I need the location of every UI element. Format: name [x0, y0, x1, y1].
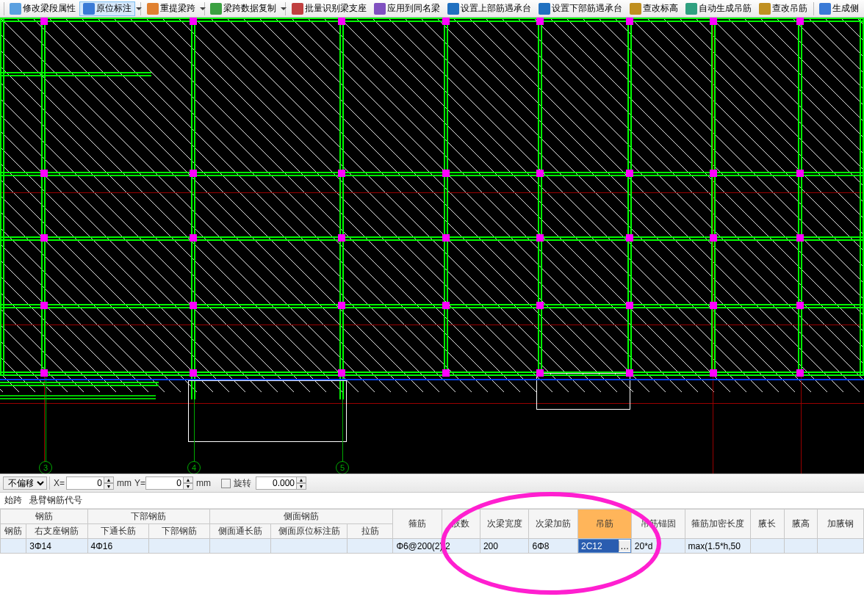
- generate-side-button[interactable]: 生成侧: [816, 1, 863, 16]
- col-haunch-len[interactable]: 腋长: [750, 510, 784, 539]
- col-hanger-anchor[interactable]: 吊筋锚固: [631, 510, 685, 539]
- x-input[interactable]: [66, 477, 104, 490]
- offset-mode-select[interactable]: 不偏移: [3, 477, 47, 490]
- check-elevation-button[interactable]: 查改标高: [626, 1, 682, 16]
- col-legs[interactable]: 肢数: [442, 510, 480, 539]
- ellipsis-button[interactable]: …: [619, 541, 630, 551]
- y-spinner[interactable]: ▲▼: [145, 477, 193, 490]
- tab-cantilever-code[interactable]: 悬臂钢筋代号: [29, 494, 82, 507]
- tab-start-span[interactable]: 始跨: [4, 494, 22, 507]
- cell-c7[interactable]: [348, 539, 393, 554]
- rotate-label: 旋转: [234, 477, 251, 490]
- col-side-inplace[interactable]: 侧面原位标注筋: [271, 524, 348, 539]
- cell-c13[interactable]: 20*d: [631, 539, 685, 554]
- dropdown-icon[interactable]: [200, 6, 202, 12]
- rotate-spinner[interactable]: ▲▼: [256, 477, 306, 490]
- cell-c8[interactable]: Φ6@200(2): [393, 539, 442, 554]
- rotate-input[interactable]: [256, 477, 297, 490]
- col-stirrup[interactable]: 箍筋: [393, 510, 442, 539]
- edit-beam-properties-button[interactable]: 修改梁段属性: [6, 1, 79, 16]
- cell-c14[interactable]: max(1.5*h,50: [685, 539, 750, 554]
- col-hanger[interactable]: 吊筋: [578, 510, 632, 539]
- y-label: Y=: [134, 478, 145, 488]
- col-stirrup-dense-len[interactable]: 箍筋加密长度: [685, 510, 750, 539]
- batch-identify-support-button[interactable]: 批量识别梁支座: [288, 1, 370, 16]
- cell-c9[interactable]: 2: [442, 539, 480, 554]
- y-input[interactable]: [145, 477, 184, 490]
- col-group-rebar[interactable]: 钢筋: [1, 510, 88, 524]
- main-toolbar: 修改梁段属性 原位标注 重提梁跨 梁跨数据复制 批量识别梁支座 应用到同名梁 设…: [0, 0, 864, 18]
- x-down-button[interactable]: ▼: [104, 483, 114, 490]
- top-bar-cap-button[interactable]: 设置上部筋遇承台: [444, 1, 535, 16]
- table-row[interactable]: 3Φ14 4Φ16 Φ6@200(2) 2 200 6Φ8 2C12 … 20*…: [1, 539, 864, 554]
- col-right-support[interactable]: 右支座钢筋: [26, 524, 87, 539]
- rebar-grid: 钢筋 下部钢筋 侧面钢筋 箍筋 肢数 次梁宽度 次梁加筋 吊筋 吊筋锚固 箍筋加…: [0, 509, 864, 554]
- cell-c16[interactable]: [784, 539, 818, 554]
- cell-c11[interactable]: 6Φ8: [529, 539, 578, 554]
- rotate-down-button[interactable]: ▼: [296, 483, 306, 490]
- col-rebar[interactable]: 钢筋: [1, 524, 26, 539]
- col-bottom-through[interactable]: 下通长筋: [87, 524, 148, 539]
- panel-tabs: 始跨 悬臂钢筋代号: [0, 493, 864, 509]
- col-side-through[interactable]: 侧面通长筋: [209, 524, 270, 539]
- dropdown-icon[interactable]: [136, 6, 138, 12]
- x-spinner[interactable]: ▲▼: [66, 477, 114, 490]
- col-group-side[interactable]: 侧面钢筋: [209, 510, 393, 524]
- in-place-label-button[interactable]: 原位标注: [79, 1, 135, 16]
- col-group-bottom[interactable]: 下部钢筋: [87, 510, 209, 524]
- col-haunch-h[interactable]: 腋高: [784, 510, 818, 539]
- cell-c17[interactable]: [818, 539, 864, 554]
- cell-c10[interactable]: 200: [480, 539, 529, 554]
- cell-c5[interactable]: [209, 539, 270, 554]
- auto-gen-hanger-button[interactable]: 自动生成吊筋: [682, 1, 755, 16]
- cell-c2[interactable]: 3Φ14: [26, 539, 87, 554]
- bottom-bar-cap-button[interactable]: 设置下部筋遇承台: [535, 1, 626, 16]
- hanger-value[interactable]: 2C12: [579, 540, 619, 552]
- y-up-button[interactable]: ▲: [183, 477, 193, 483]
- cell-hanger-edit[interactable]: 2C12 …: [578, 539, 632, 554]
- col-tie[interactable]: 拉筋: [348, 524, 393, 539]
- cell-c3[interactable]: 4Φ16: [87, 539, 148, 554]
- offset-bar: 不偏移 X= ▲▼ mm Y= ▲▼ mm 旋转 ▲▼: [0, 474, 864, 493]
- rotate-checkbox[interactable]: [221, 479, 231, 488]
- axis-bubble-5: 5: [336, 461, 349, 474]
- cell-c15[interactable]: [750, 539, 784, 554]
- copy-span-data-button[interactable]: 梁跨数据复制: [206, 1, 280, 16]
- cell-c4[interactable]: [148, 539, 209, 554]
- check-hanger-button[interactable]: 查改吊筋: [755, 1, 811, 16]
- repick-span-button[interactable]: 重提梁跨: [143, 1, 199, 16]
- cell-c6[interactable]: [271, 539, 348, 554]
- axis-bubble-3: 3: [39, 461, 52, 474]
- col-secbeam-width[interactable]: 次梁宽度: [480, 510, 529, 539]
- mm-label: mm: [196, 478, 211, 488]
- x-label: X=: [54, 478, 65, 488]
- x-up-button[interactable]: ▲: [104, 477, 114, 483]
- y-down-button[interactable]: ▼: [183, 483, 193, 490]
- cad-viewport[interactable]: 3 4 5: [0, 18, 864, 474]
- mm-label: mm: [117, 478, 132, 488]
- col-secbeam-addbar[interactable]: 次梁加筋: [529, 510, 578, 539]
- rotate-up-button[interactable]: ▲: [296, 477, 306, 483]
- col-bottom-bar[interactable]: 下部钢筋: [148, 524, 209, 539]
- apply-same-name-button[interactable]: 应用到同名梁: [370, 1, 444, 16]
- col-haunch-bar[interactable]: 加腋钢: [818, 510, 864, 539]
- axis-bubble-4: 4: [187, 461, 201, 474]
- cell-c1[interactable]: [1, 539, 26, 554]
- dropdown-icon[interactable]: [281, 6, 283, 12]
